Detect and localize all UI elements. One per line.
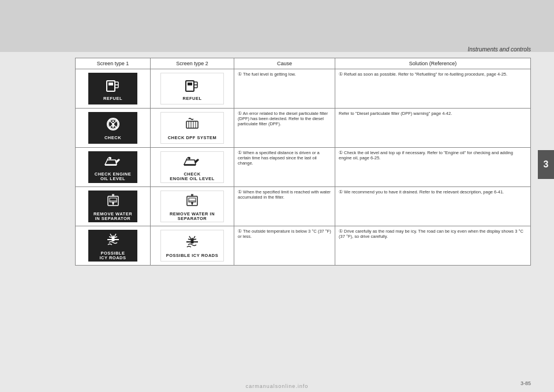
cause-cell: ① When a specified distance is driven or… (234, 148, 335, 187)
content-area: Screen type 1 Screen type 2 Cause Soluti… (75, 58, 531, 357)
col-header-cause: Cause (234, 58, 335, 69)
solution-cell: ① Check the oil level and top up if nece… (335, 148, 531, 187)
col-header-screen1: Screen type 1 (76, 58, 151, 69)
col-header-screen2: Screen type 2 (151, 58, 234, 69)
svg-rect-25 (189, 198, 196, 202)
svg-rect-0 (107, 81, 115, 91)
screen1-cell: REMOVE WATERIN SEPARATOR (76, 187, 151, 226)
svg-point-19 (109, 157, 111, 159)
svg-point-9 (112, 120, 114, 122)
svg-point-28 (190, 240, 194, 244)
chapter-tab: 3 (538, 150, 554, 179)
col-header-solution: Solution (Reference) (335, 58, 531, 69)
screen1-cell: POSSIBLEICY ROADS (76, 226, 151, 266)
table-row: CHECK ENGINEOIL LEVEL CHECKENGINE OIL LE… (76, 148, 531, 187)
svg-rect-1 (108, 83, 113, 85)
screen2-cell: POSSIBLE ICY ROADS (151, 226, 234, 266)
watermark: carmanualsonline.info (246, 383, 309, 389)
section-label: Instruments and controls (468, 46, 531, 53)
svg-rect-14 (186, 121, 198, 128)
screen1-cell: CHECK (76, 109, 151, 148)
top-area (0, 0, 554, 52)
solution-cell: ① Drive carefully as the road may be icy… (335, 226, 531, 266)
svg-rect-4 (186, 81, 194, 91)
table-row: CHECK CHECK DPF SYSTEM① An error related… (76, 109, 531, 148)
screen1-cell: CHECK ENGINEOIL LEVEL (76, 148, 151, 187)
screen2-cell: REMOVE WATER INSEPARATOR (151, 187, 234, 226)
screen2-cell: CHECKENGINE OIL LEVEL (151, 148, 234, 187)
svg-rect-5 (188, 83, 192, 85)
page: Instruments and controls 3 Screen type 1… (0, 0, 554, 392)
solution-cell: ① We recommend you to have it drained. R… (335, 187, 531, 226)
svg-point-27 (111, 238, 115, 241)
table-row: POSSIBLEICY ROADS POSSIBLE ICY ROADS① Th… (76, 226, 531, 266)
screen1-cell: REFUEL (76, 69, 151, 109)
svg-point-20 (188, 157, 190, 159)
table-row: REFUEL REFUEL① The fuel level is getting… (76, 69, 531, 109)
page-number: 3-85 (521, 380, 531, 386)
cause-cell: ① When the specified limit is reached wi… (234, 187, 335, 226)
screen2-cell: CHECK DPF SYSTEM (151, 109, 234, 148)
table-row: REMOVE WATERIN SEPARATOR REMOVE WATER IN… (76, 187, 531, 226)
solution-cell: Refer to "Diesel particulate filter (DPF… (335, 109, 531, 148)
cause-cell: ① The fuel level is getting low. (234, 69, 335, 109)
cause-cell: ① The outside temperature is below 3 °C … (234, 226, 335, 266)
solution-cell: ① Refuel as soon as possible. Refer to "… (335, 69, 531, 109)
screen2-cell: REFUEL (151, 69, 234, 109)
cause-cell: ① An error related to the diesel particu… (234, 109, 335, 148)
svg-rect-22 (110, 198, 117, 202)
warning-table: Screen type 1 Screen type 2 Cause Soluti… (75, 58, 531, 266)
